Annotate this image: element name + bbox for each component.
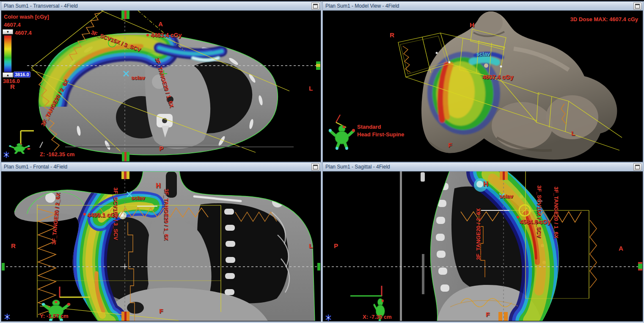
ct-scene-frontal [2,171,320,321]
viewport-restore-button[interactable] [633,3,641,10]
colorbar-min-button[interactable]: ▲ [3,72,13,77]
colorbar[interactable] [4,35,12,72]
dose-max-label: 3D Dose MAX: 4607.4 cGy [570,17,638,22]
colorwash-value: 4607.4 [4,22,21,28]
patient-orientation-figure [9,144,30,153]
viewport-restore-button[interactable] [633,163,641,171]
couch-marker-top [121,171,129,179]
field-label-scv: 3F_SCV15X / 3_SCV [537,185,542,238]
slice-position-label: Z: -162.35 cm [40,152,74,157]
orientation-label-top: H [470,22,474,28]
orientation-label-left: R [11,243,16,249]
couch-marker-top [500,171,508,180]
viewport-title: Plan Sum1 - Transversal - 4Field [4,3,311,9]
restore-icon [635,165,640,169]
orientation-label-right: A [619,245,623,251]
field-label-tange1: 3F_TANGE20 / 1_6X [553,187,559,239]
viewport-titlebar[interactable]: Plan Sum1 - Sagittal - 4Field [323,163,643,171]
orientation-label-top: H [156,182,161,189]
viewport-titlebar[interactable]: Plan Sum1 - Model View - 4Field [323,2,643,11]
patient-orientation-figure [329,125,355,150]
couch-marker-bottom [122,152,129,161]
couch-marker-left [2,263,5,271]
couch-marker-top [121,11,129,19]
orientation-label-bottom: F [486,311,490,317]
axis-indicator [21,131,43,148]
viewport-titlebar[interactable]: Plan Sum1 - Transversal - 4Field [1,2,321,11]
isocenter-star-icon [5,314,10,320]
couch-marker-right [317,263,320,271]
viewport-sagittal: Plan Sum1 - Sagittal - 4Field [322,162,643,322]
structure-label: sclav [476,51,490,57]
orientation-label-right: L [309,243,313,249]
orientation-label-left: R [10,83,15,90]
viewport-title: Plan Sum1 - Frontal - 4Field [4,164,311,170]
colorwash-title: Color wash [cGy] [4,14,49,19]
viewport-title: Plan Sum1 - Sagittal - 4Field [325,164,633,170]
orientation-label-top: A [158,21,163,27]
viewport-restore-button[interactable] [311,3,319,10]
ct-scene-sagittal [323,171,642,321]
ct-image-area-sagittal[interactable]: H P A F sclav 4584.6 cGy X: -7.35 cm 3F_… [323,171,642,321]
field-label-scv: 3F_SCV15X / 3_SCV [113,188,118,240]
orientation-label-bottom: F [159,308,163,314]
scale-max-label: 4607.4 [15,30,32,36]
couch-marker-right [316,61,320,70]
triangle-down-icon: ▼ [6,30,10,34]
couch-marker-right [638,262,642,271]
slice-position-label: Y: -1.57 cm [40,313,69,319]
orientation-label-bottom: F [448,142,452,148]
field-label-tange2: 3F_TANGE20 / 2_6X [476,208,481,260]
dose-point-label: 4483.4 cGy [151,32,182,38]
viewport-model: Plan Sum1 - Model View - 4Field [322,1,643,162]
dose-point-label: 4584.6 cGy [520,219,550,225]
viewport-frontal: Plan Sum1 - Frontal - 4Field [1,162,321,322]
orientation-label-right: L [309,85,313,91]
triangle-up-icon: ▲ [6,73,10,77]
couch-structure [400,171,425,321]
field-label-tange1: 3F_TANGE20 / 1_6X [164,189,169,241]
restore-icon [635,4,640,8]
setup-label-line2: Head First-Supine [357,132,404,137]
restore-icon [313,4,318,8]
orientation-label-right: L [571,130,575,136]
restore-icon [313,165,318,169]
slice-position-label: X: -7.35 cm [363,314,392,320]
colorbar-max-button[interactable]: ▼ [3,29,13,34]
structure-label: sclav [499,193,513,199]
structure-label: sclav [131,195,145,201]
ct-image-area-transversal[interactable]: Color wash [cGy] 4607.4 ▼ ▲ 4607.4 3816.… [2,11,320,161]
treatment-planning-window: Plan Sum1 - Transversal - 4Field [0,0,644,323]
couch-marker-bottom-left [498,312,502,321]
isocenter-star-icon [326,315,331,321]
model-scene [323,11,642,161]
viewport-restore-button[interactable] [311,163,319,171]
ct-image-area-frontal[interactable]: H R L F sclav 4499.1 cGy Y: -1.57 cm 3F_… [2,171,320,321]
setup-label-line1: Standard [357,124,381,130]
model-3d-area[interactable]: 3D Dose MAX: 4607.4 cGy H R L F sclav 46… [323,11,642,161]
orientation-label-bottom: P [159,145,163,152]
orientation-label-top: H [483,181,488,188]
viewport-title: Plan Sum1 - Model View - 4Field [325,3,633,9]
structure-label: sclav [131,75,145,80]
isocenter-star-icon [4,152,9,158]
dose-point-label: 4607.4 cGy [482,74,513,80]
axis-indicator [350,286,382,296]
couch-marker-bottom [121,312,129,321]
viewport-transversal: Plan Sum1 - Transversal - 4Field [1,1,321,162]
orientation-label-left: R [390,32,394,38]
orientation-label-left: P [334,243,338,249]
scale-min-badge[interactable]: 3816.0 [14,72,30,77]
viewport-titlebar[interactable]: Plan Sum1 - Frontal - 4Field [1,163,321,171]
couch-marker-bottom-right [504,312,508,321]
